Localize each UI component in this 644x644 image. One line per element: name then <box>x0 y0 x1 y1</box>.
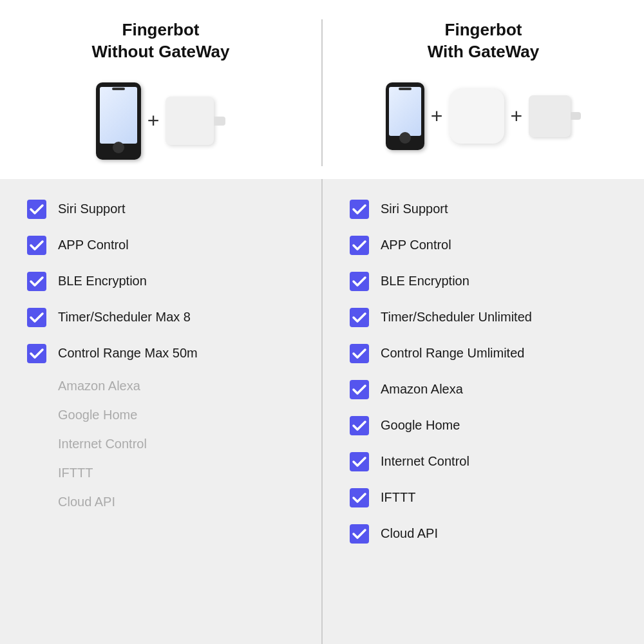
phone-icon-right <box>386 82 424 150</box>
phone-screen <box>100 87 137 144</box>
list-item: Google Home <box>348 415 618 437</box>
list-item: Control Range Max 50m <box>26 343 296 365</box>
list-item: BLE Encryption <box>348 270 618 292</box>
list-item-disabled: Internet Control <box>26 437 296 451</box>
comparison-page: Fingerbot Without GateWay + Fingerbot <box>0 0 644 644</box>
feature-label: Control Range Max 50m <box>58 346 198 361</box>
plus-sign-left: + <box>147 109 160 133</box>
fingerbot-icon-right <box>529 95 571 137</box>
feature-label: Amazon Alexa <box>381 382 463 397</box>
check-icon <box>348 234 370 256</box>
right-column-header: Fingerbot With GateWay + + <box>323 19 644 166</box>
check-icon <box>348 270 370 292</box>
feature-label: Siri Support <box>381 202 448 216</box>
feature-label: APP Control <box>58 238 129 252</box>
features-section: Siri Support APP Control <box>0 179 644 644</box>
plus-sign-right-1: + <box>431 104 443 128</box>
feature-label: Timer/Scheduler Unlimited <box>381 310 532 325</box>
left-title: Fingerbot Without GateWay <box>91 19 229 63</box>
check-icon <box>348 415 370 437</box>
list-item: APP Control <box>26 234 296 256</box>
list-item-disabled: Google Home <box>26 408 296 422</box>
feature-label: APP Control <box>381 238 451 252</box>
check-icon <box>348 451 370 473</box>
feature-label-disabled: Google Home <box>26 408 137 422</box>
plus-sign-right-2: + <box>511 104 523 128</box>
gateway-icon <box>450 89 504 144</box>
list-item: BLE Encryption <box>26 270 296 292</box>
left-device-illustration: + <box>83 76 239 166</box>
list-item: Amazon Alexa <box>348 379 618 401</box>
list-item: Timer/Scheduler Unlimited <box>348 307 618 328</box>
right-title: Fingerbot With GateWay <box>428 19 540 63</box>
check-icon <box>348 523 370 545</box>
check-icon <box>348 307 370 328</box>
feature-label: Google Home <box>381 418 460 433</box>
left-column-header: Fingerbot Without GateWay + <box>0 19 321 166</box>
header-section: Fingerbot Without GateWay + Fingerbot <box>0 0 644 179</box>
list-item: Siri Support <box>26 198 296 220</box>
check-icon <box>26 234 48 256</box>
feature-label: Cloud API <box>381 526 438 541</box>
list-item: Cloud API <box>348 523 618 545</box>
feature-label: Internet Control <box>381 454 469 469</box>
list-item: Timer/Scheduler Max 8 <box>26 307 296 328</box>
feature-label-ble-left: BLE Encryption <box>58 274 147 289</box>
check-icon <box>26 307 48 328</box>
feature-label: Siri Support <box>58 202 126 216</box>
left-features-column: Siri Support APP Control <box>0 179 321 644</box>
check-icon <box>26 270 48 292</box>
right-features-column: Siri Support APP Control <box>321 179 644 644</box>
right-device-illustration: + + <box>373 76 594 156</box>
feature-label: IFTTT <box>381 490 415 505</box>
feature-label-ble-right: BLE Encryption <box>381 274 469 289</box>
check-icon <box>26 198 48 220</box>
check-icon <box>26 343 48 365</box>
feature-label-disabled: Amazon Alexa <box>26 379 140 393</box>
feature-label-disabled: IFTTT <box>26 466 93 480</box>
check-icon <box>348 343 370 365</box>
list-item-disabled: Amazon Alexa <box>26 379 296 393</box>
list-item: Control Range Umlimited <box>348 343 618 365</box>
list-item: Siri Support <box>348 198 618 220</box>
list-item: IFTTT <box>348 487 618 509</box>
feature-label: Timer/Scheduler Max 8 <box>58 310 191 325</box>
fingerbot-icon <box>166 97 214 145</box>
feature-label-disabled: Internet Control <box>26 437 147 451</box>
check-icon <box>348 487 370 509</box>
phone-icon <box>96 82 141 160</box>
list-item: APP Control <box>348 234 618 256</box>
phone-screen-right <box>389 87 421 136</box>
check-icon <box>348 379 370 401</box>
list-item-disabled: Cloud API <box>26 495 296 509</box>
list-item-disabled: IFTTT <box>26 466 296 480</box>
feature-label-disabled: Cloud API <box>26 495 115 509</box>
feature-label: Control Range Umlimited <box>381 346 524 361</box>
check-icon <box>348 198 370 220</box>
list-item: Internet Control <box>348 451 618 473</box>
